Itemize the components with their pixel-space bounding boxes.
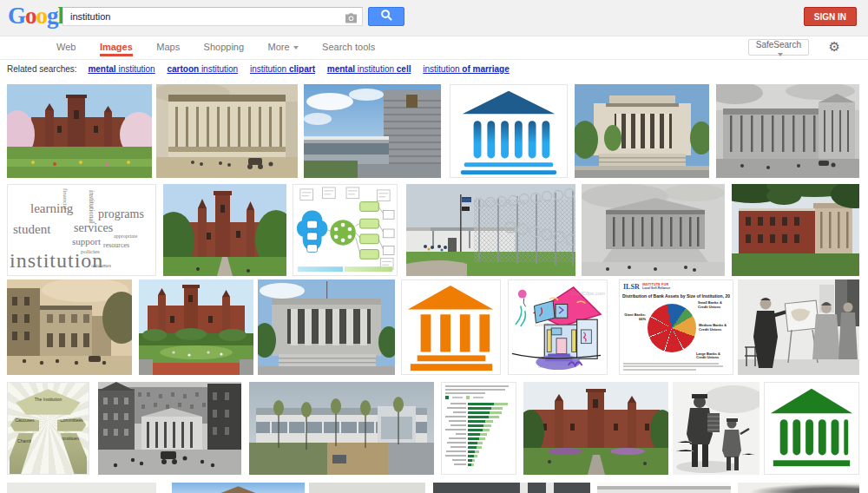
more-label: More [268,42,290,52]
ilsr-logo: ILSR [623,283,640,291]
image-result-smithsonian-castle-summer[interactable] [163,184,286,276]
word-cloud-word: services [74,222,113,234]
pie-chart-title: Distribution of Bank Assets by Size of I… [622,293,730,299]
tab-search-tools[interactable]: Search tools [322,36,375,56]
search-by-image-camera-icon[interactable] [345,11,358,22]
image-result-blue-bank-icon[interactable] [450,84,568,178]
image-result-prison-fence[interactable] [406,184,575,276]
chart-legend [445,396,512,399]
related-link-institution-of-marriage[interactable]: institution of marriage [423,64,510,74]
logo-letter: G [8,3,25,29]
image-result-partial-5[interactable] [597,483,731,493]
bar-chart-rows [445,402,512,466]
related-searches-bar: Related searches: mental institution car… [7,64,866,74]
watermark: CoolClips.com [571,291,605,296]
pie-chart-footnote [623,363,727,372]
word-cloud-word: appropriate [114,233,137,239]
word-cloud-word: institutional [88,190,95,223]
word-cloud-word: student [13,223,50,236]
org-node-caucuses: Caucuses [10,417,39,431]
top-bar: Google SIGN IN [0,0,868,36]
image-result-partial-2[interactable] [172,483,305,493]
gear-icon[interactable]: ⚙ [827,37,842,56]
org-node-constituencies: 308 Constituencies [49,433,87,474]
chevron-down-icon [293,46,299,49]
tab-images[interactable]: Images [100,36,133,56]
search-form [62,7,363,26]
image-result-street-scene-lithograph[interactable] [7,279,132,375]
pie-chart [648,304,696,352]
image-result-bank-assets-pie-chart[interactable]: ILSR INSTITUTE FORLocal Self-Reliance Di… [619,279,733,375]
pie-label-giant-banks: Giant Banks: 66% [621,313,646,321]
org-node-the-institution: The Institution [16,389,80,414]
nav-tabs: Web Images Maps Shopping More Search too… [56,36,395,59]
logo-letter: g [47,3,58,29]
image-result-smithsonian-castle-lawn[interactable] [523,382,668,475]
related-link-institution-clipart[interactable]: institution clipart [250,64,315,74]
safesearch-label: SafeSearch [756,40,801,49]
logo-letter: o [25,3,36,29]
image-result-modern-campus-building[interactable] [249,382,434,475]
image-result-lecture-drawing[interactable] [738,279,859,375]
tab-web[interactable]: Web [56,36,76,56]
logo-letter: o [36,3,48,29]
tab-more[interactable]: More [268,36,299,56]
word-cloud-word: resources [103,242,129,249]
image-result-gray-columned-building[interactable] [258,279,395,375]
word-cloud-word: support [72,237,101,246]
chart-caption-line [445,385,509,387]
image-result-partial-1[interactable] [7,483,156,493]
image-result-process-flowchart-diagram[interactable] [293,184,398,276]
related-searches-label: Related searches: [7,64,77,74]
search-button[interactable] [368,7,404,26]
google-images-results-page: Google SIGN IN Web Images Maps Shopping … [0,0,868,493]
image-result-green-bank-icon[interactable] [764,382,859,475]
results-nav-bar: Web Images Maps Shopping More Search too… [0,36,868,60]
image-result-smithsonian-castle-garden[interactable] [139,279,253,375]
image-result-soldiers-engraving[interactable] [673,382,760,475]
image-result-orange-bank-icon[interactable] [401,279,501,375]
image-result-institution-word-cloud[interactable]: institution learning student services su… [7,184,156,276]
word-cloud-word: financial [62,188,68,210]
image-result-city-engraving[interactable] [98,382,241,475]
org-node-chamber: Chamber [10,433,43,474]
pie-label-medium-banks: Medium Banks & Credit Unions [699,324,732,332]
image-result-white-classical-building[interactable] [575,84,709,178]
search-input[interactable] [62,7,363,26]
pie-label-small-banks: Small Banks & Credit Unions [698,301,731,309]
word-cloud-word: policies [81,249,100,255]
chart-caption-line [445,389,505,391]
chart-caption-line [445,392,485,394]
related-link-mental-institution-cell[interactable]: mental institution cell [327,64,411,74]
watermark: CoolClips.com [535,322,569,327]
image-result-institution-org-diagram[interactable]: The Institution Caucuses Committees Cham… [7,382,89,475]
image-result-red-brick-institution[interactable] [732,184,859,276]
word-cloud-word: outcomes [91,263,111,268]
related-link-mental-institution[interactable]: mental institution [88,64,155,74]
word-cloud-word: programs [98,208,144,220]
tab-maps[interactable]: Maps [156,36,180,56]
related-link-cartoon-institution[interactable]: cartoon institution [167,64,238,74]
org-node-committees: Committees [57,417,86,431]
image-result-partial-3[interactable] [309,483,425,493]
magnifier-icon [380,9,393,24]
image-result-greek-temple-engraving[interactable] [582,184,725,276]
image-result-confidence-poll-bar-chart[interactable] [441,382,516,475]
image-result-smithsonian-castle-spring[interactable] [7,84,152,178]
chevron-down-icon [778,53,783,56]
image-result-partial-6[interactable] [738,483,859,493]
safesearch-button[interactable]: SafeSearch [748,39,809,56]
image-result-cartoon-house-clipart[interactable]: CoolClips.com CoolClips.com CoolClips.co… [508,279,608,375]
building-peak [212,486,265,493]
image-result-classical-building-lithograph[interactable] [156,84,298,178]
ilsr-logo-text: INSTITUTE FORLocal Self-Reliance [642,283,670,290]
sign-in-button[interactable]: SIGN IN [804,7,857,26]
image-result-classical-building-engraving[interactable] [716,84,859,178]
image-result-partial-4[interactable] [433,483,590,493]
tab-shopping[interactable]: Shopping [204,36,245,56]
image-result-modern-institution-building[interactable] [304,84,441,178]
pie-label-large-banks: Large Banks & Credit Unions [696,352,726,360]
watermark: CoolClips.com [538,364,572,369]
